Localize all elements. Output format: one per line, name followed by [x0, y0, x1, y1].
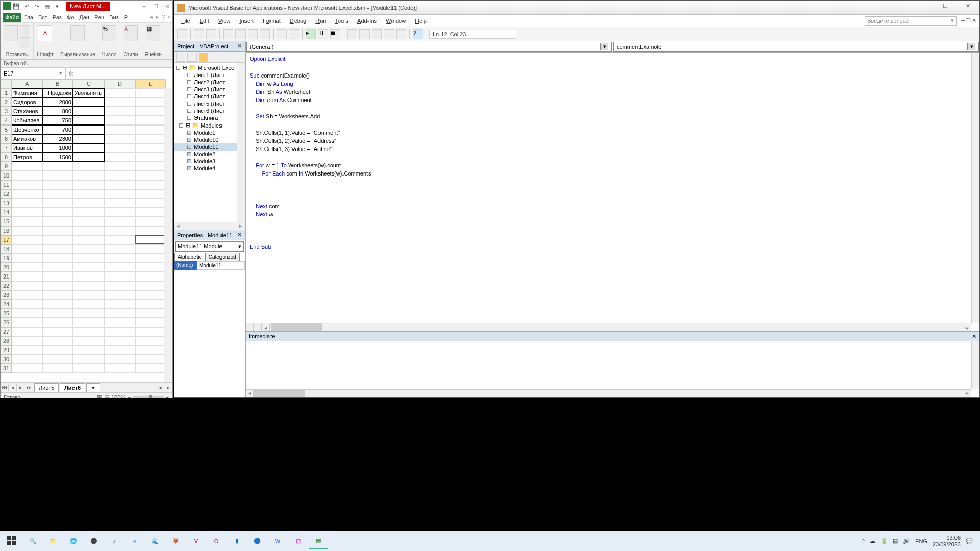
sheet-nav-next-icon[interactable]: ▸	[17, 384, 25, 391]
code-horizontal-scrollbar[interactable]: ◂▸	[246, 323, 971, 331]
col-header[interactable]: C	[73, 79, 105, 88]
menu-edit[interactable]: Edit	[195, 17, 213, 25]
cell[interactable]	[105, 162, 135, 171]
cell[interactable]: Фамилия	[12, 88, 42, 97]
ribbon-help-icon[interactable]: ?	[162, 14, 165, 20]
sheet-nav-prev-icon[interactable]: ◂	[9, 384, 17, 391]
ribbon-tab-insert[interactable]: Вст	[36, 13, 50, 22]
cell[interactable]	[135, 254, 166, 263]
cell[interactable]	[105, 143, 135, 153]
row-header[interactable]: 27	[1, 327, 12, 336]
menu-format[interactable]: Format	[259, 17, 285, 25]
cell[interactable]	[12, 290, 42, 299]
ribbon-tab-dev[interactable]: Р	[121, 13, 130, 22]
toolbar-copy-icon[interactable]	[235, 29, 246, 39]
cell[interactable]	[42, 217, 73, 226]
menu-help[interactable]: Help	[411, 17, 431, 25]
toolbar-find-icon[interactable]	[260, 29, 270, 39]
cell[interactable]	[42, 180, 73, 189]
menu-debug[interactable]: Debug	[286, 17, 310, 25]
cell[interactable]	[73, 143, 105, 153]
cell[interactable]	[12, 217, 42, 226]
cell[interactable]	[42, 226, 73, 235]
cell[interactable]	[42, 171, 73, 180]
cell[interactable]	[12, 244, 42, 254]
cell[interactable]: 1000	[42, 143, 73, 153]
cell[interactable]	[105, 180, 135, 189]
cell[interactable]: Увольнять	[73, 88, 105, 97]
object-combo[interactable]: (General)▾	[246, 42, 612, 52]
view-code-icon[interactable]	[176, 53, 185, 62]
sheet-tab[interactable]: Лист6	[60, 383, 85, 392]
menu-run[interactable]: Run	[311, 17, 330, 25]
cell[interactable]	[73, 327, 105, 336]
ribbon-nav-left-icon[interactable]: ◂	[150, 14, 153, 20]
row-header[interactable]: 11	[1, 180, 12, 189]
tray-up-icon[interactable]: ^	[862, 538, 865, 544]
cell[interactable]	[135, 217, 166, 226]
cell[interactable]	[73, 134, 105, 143]
font-icon[interactable]: A	[38, 25, 52, 41]
cell[interactable]	[12, 208, 42, 217]
cell[interactable]	[105, 208, 135, 217]
cell[interactable]	[105, 355, 135, 364]
help-search-input[interactable]: Введите вопрос▾	[865, 16, 957, 26]
row-header[interactable]: 21	[1, 272, 12, 281]
cell[interactable]	[73, 336, 105, 345]
sheet-nav-last-icon[interactable]: ⏭	[25, 384, 33, 391]
row-header[interactable]: 6	[1, 134, 12, 143]
col-header[interactable]: E	[135, 79, 166, 88]
cell[interactable]	[105, 226, 135, 235]
cell[interactable]	[12, 355, 42, 364]
row-header[interactable]: 28	[1, 336, 12, 345]
cell[interactable]	[73, 235, 105, 244]
cell[interactable]	[73, 171, 105, 180]
cell[interactable]	[73, 309, 105, 318]
row-header[interactable]: 24	[1, 299, 12, 309]
cell[interactable]	[135, 171, 166, 180]
excel-taskbar-icon[interactable]: ▦	[309, 533, 328, 549]
cell[interactable]	[73, 107, 105, 116]
cell[interactable]	[135, 180, 166, 189]
search-icon[interactable]: 🔍	[23, 533, 42, 549]
tree-module[interactable]: Module3	[174, 158, 245, 165]
cell[interactable]	[73, 208, 105, 217]
cell[interactable]	[73, 198, 105, 208]
col-header[interactable]: B	[42, 79, 73, 88]
cell[interactable]	[42, 254, 73, 263]
immediate-horizontal-scrollbar[interactable]: ◂▸	[246, 389, 971, 397]
number-icon[interactable]: %	[102, 25, 116, 41]
align-icon[interactable]: ≡	[70, 25, 85, 41]
cell[interactable]	[135, 125, 166, 134]
cell[interactable]	[73, 290, 105, 299]
formula-bar[interactable]: fx	[66, 68, 172, 79]
cell[interactable]	[105, 153, 135, 162]
cell[interactable]	[73, 189, 105, 198]
toolbar-redo-icon[interactable]	[289, 29, 299, 39]
cell[interactable]	[135, 318, 166, 327]
cell[interactable]	[12, 189, 42, 198]
ribbon-tab-data[interactable]: Дан	[77, 13, 92, 22]
cell[interactable]	[105, 281, 135, 290]
cell[interactable]	[105, 235, 135, 244]
cell[interactable]	[73, 299, 105, 309]
proc-view-icon[interactable]	[246, 323, 254, 331]
new-sheet-icon[interactable]: ✦	[86, 383, 100, 392]
menu-tools[interactable]: Tools	[331, 17, 352, 25]
name-box[interactable]: E17▾	[1, 68, 66, 79]
row-header[interactable]: 8	[1, 153, 12, 162]
cell[interactable]	[105, 290, 135, 299]
cell[interactable]	[105, 189, 135, 198]
cell[interactable]	[42, 263, 73, 272]
cell[interactable]	[135, 235, 166, 244]
tree-sheet[interactable]: Лист6 (Лист	[174, 107, 245, 114]
cell[interactable]	[73, 254, 105, 263]
ribbon-collapse-icon[interactable]: ▫	[168, 14, 170, 20]
toolbar-undo-icon[interactable]	[277, 29, 287, 39]
word-icon[interactable]: W	[268, 533, 287, 549]
cell[interactable]	[73, 162, 105, 171]
minimize-icon[interactable]: ─	[914, 3, 932, 13]
row-header[interactable]: 30	[1, 355, 12, 364]
cell[interactable]	[135, 226, 166, 235]
toolbar-save-icon[interactable]	[206, 29, 216, 39]
